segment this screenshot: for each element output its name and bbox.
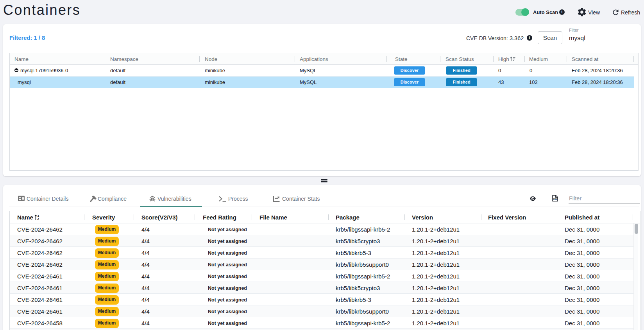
svg-text:csv: csv xyxy=(553,198,557,200)
svg-text:A: A xyxy=(38,215,39,218)
svg-text:Z: Z xyxy=(38,218,39,220)
